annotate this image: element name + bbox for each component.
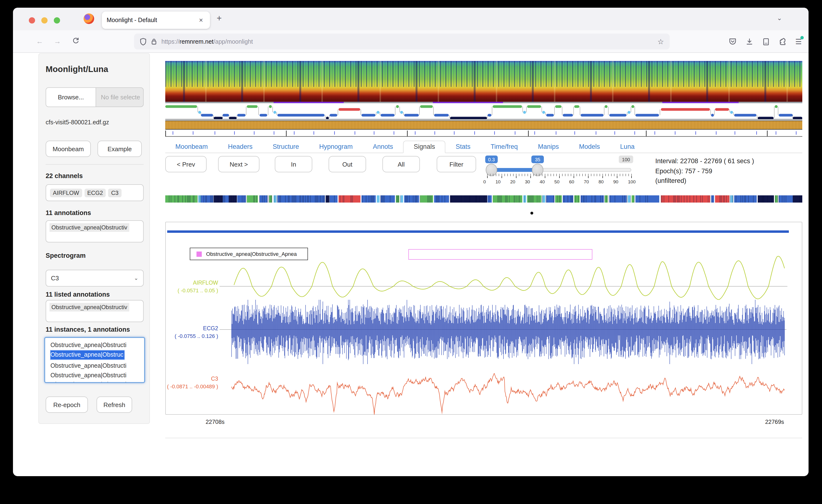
filter-status-line: (unfiltered): [655, 176, 754, 186]
bookmark-star-icon[interactable]: ☆: [658, 37, 664, 46]
reload-button[interactable]: [72, 36, 80, 47]
spectrogram-heading: Spectrogram: [46, 252, 86, 259]
zoom-in-button[interactable]: In: [275, 156, 312, 172]
instances-heading: 11 instances, 1 annotations: [46, 326, 130, 333]
signal-traces-canvas: [220, 222, 791, 415]
zoom-window-button[interactable]: [54, 17, 60, 24]
filter-button[interactable]: Filter: [437, 156, 476, 172]
reepoch-button[interactable]: Re-epoch: [46, 396, 88, 413]
main-panel: Moonbeam Headers Structure Hypnogram Ann…: [165, 53, 802, 452]
new-tab-button[interactable]: +: [217, 13, 222, 24]
back-button[interactable]: ←: [36, 37, 43, 45]
tab-luna[interactable]: Luna: [610, 141, 645, 153]
main-tabs: Moonbeam Headers Structure Hypnogram Ann…: [165, 141, 802, 153]
cycle-track: [165, 102, 802, 103]
forward-button[interactable]: →: [54, 37, 61, 45]
shield-icon[interactable]: [140, 38, 146, 45]
instance-item[interactable]: Obstructive_apnea|Obstructi: [50, 371, 144, 380]
zoom-out-button[interactable]: Out: [329, 156, 366, 172]
channel-chip-c3[interactable]: C3: [108, 188, 121, 197]
instance-item[interactable]: Obstructive_apnea|Obstructi: [50, 361, 144, 371]
slider-low-badge: 0.3: [485, 156, 498, 163]
listed-annotation-item[interactable]: Obstructive_apnea|Obstructiv: [49, 303, 129, 312]
tab-structure[interactable]: Structure: [263, 141, 309, 153]
all-button[interactable]: All: [382, 156, 420, 172]
pocket-icon[interactable]: [729, 38, 736, 45]
annotations-listbox[interactable]: Obstructive_apnea|Obstructiv: [46, 220, 144, 242]
annotation-item[interactable]: Obstructive_apnea|Obstructiv: [49, 223, 129, 232]
url-text: https://remnrem.net/app/moonlight: [161, 38, 654, 45]
epoch-range-slider: 0.3 35 100 0102030405060708090100: [486, 156, 639, 185]
legend-swatch: [196, 251, 202, 257]
hypnogram-track[interactable]: [165, 104, 802, 120]
tab-headers[interactable]: Headers: [218, 141, 263, 153]
tab-strip: Moonlight - Default ✕ + ⌄: [13, 8, 809, 30]
next-button[interactable]: Next >: [218, 156, 260, 172]
channel-chip-ecg2[interactable]: ECG2: [84, 188, 106, 197]
browser-tab[interactable]: Moonlight - Default ✕: [102, 12, 210, 29]
channels-box[interactable]: AIRFLOW ECG2 C3: [46, 184, 144, 201]
minimize-window-button[interactable]: [41, 17, 48, 24]
prev-button[interactable]: < Prev: [165, 156, 207, 172]
tab-timefreq[interactable]: Time/freq: [480, 141, 528, 153]
instances-listbox[interactable]: Obstructive_apnea|Obstructi Obstructive_…: [44, 337, 145, 383]
slider-ticks: [487, 174, 632, 178]
channels-heading: 22 channels: [46, 172, 83, 180]
browser-window: Moonlight - Default ✕ + ⌄ ← → https://re…: [13, 8, 809, 476]
channel-label-c3: C3 ( -0.0871 .. -0.00489 ): [167, 375, 218, 390]
list-tabs-icon[interactable]: ⌄: [777, 14, 782, 22]
lock-icon[interactable]: [151, 38, 157, 45]
slider-tick-labels: 0102030405060708090100: [483, 179, 636, 184]
extension-puzzle-icon[interactable]: [779, 38, 786, 45]
tab-manips[interactable]: Manips: [528, 141, 569, 153]
menu-hamburger-icon[interactable]: ☰: [795, 37, 802, 46]
firefox-icon: [84, 13, 94, 24]
spectrogram-channel-select[interactable]: C3 ⌄: [46, 270, 144, 287]
artifact-band: [165, 120, 802, 130]
instance-item[interactable]: Obstructive_apnea|Obstructi: [50, 341, 144, 350]
stage-color-band[interactable]: [165, 195, 802, 203]
refresh-button[interactable]: Refresh: [96, 396, 132, 413]
page-content: Moonlight/Luna Browse... No file selecte…: [13, 53, 809, 476]
tab-moonbeam[interactable]: Moonbeam: [165, 141, 218, 153]
whole-night-spectrogram[interactable]: [165, 61, 802, 102]
instance-item-selected[interactable]: Obstructive_apnea|Obstruc: [50, 350, 124, 360]
channel-label-ecg2: ECG2 ( -0.0755 .. 0.126 ): [174, 324, 218, 340]
loaded-filename: cfs-visit5-800021.edf.gz: [46, 119, 109, 126]
tab-models[interactable]: Models: [569, 141, 610, 153]
signal-controls: < Prev Next > In Out All Filter 0.3 35 1…: [165, 156, 802, 186]
position-dot: [530, 212, 533, 215]
app-title: Moonlight/Luna: [39, 54, 149, 74]
channel-chip-airflow[interactable]: AIRFLOW: [50, 188, 82, 197]
listed-annotations-listbox[interactable]: Obstructive_apnea|Obstructiv: [46, 300, 144, 322]
close-window-button[interactable]: [29, 17, 35, 24]
url-bar[interactable]: https://remnrem.net/app/moonlight ☆: [134, 34, 670, 49]
moonbeam-button[interactable]: Moonbeam: [46, 141, 91, 157]
tab-close-icon[interactable]: ✕: [197, 16, 205, 24]
toolbar-icons: ☰: [729, 30, 802, 53]
annotations-heading: 11 annotations: [46, 209, 91, 216]
download-icon[interactable]: [745, 38, 753, 45]
channel-label-airflow: AIRFLOW ( -0.0571 .. 0.05 ): [177, 279, 218, 294]
tab-annots[interactable]: Annots: [363, 141, 403, 153]
file-input[interactable]: Browse... No file selecte: [46, 87, 144, 107]
example-button[interactable]: Example: [97, 141, 142, 157]
tab-hypnogram[interactable]: Hypnogram: [309, 141, 363, 153]
spectrogram-selected-value: C3: [51, 275, 59, 282]
bottom-divider: [165, 438, 802, 438]
browse-button[interactable]: Browse...: [46, 88, 96, 107]
instance-item[interactable]: Obstructive_apnea|Obstructi: [50, 380, 144, 383]
tab-stats[interactable]: Stats: [446, 141, 481, 153]
track-divider: [165, 119, 802, 119]
sidebar: Moonlight/Luna Browse... No file selecte…: [38, 53, 150, 424]
epoch-tick-band: [165, 131, 802, 137]
file-input-placeholder: No file selecte: [96, 88, 143, 107]
sidebar-divider: [46, 164, 144, 165]
end-time-label: 22769s: [765, 419, 784, 425]
start-time-label: 22708s: [206, 419, 225, 425]
tab-signals[interactable]: Signals: [403, 141, 446, 153]
slider-fill: [491, 168, 537, 172]
menu-notification-dot: [800, 36, 804, 39]
reader-document-icon[interactable]: [762, 38, 769, 45]
signal-plot[interactable]: Obstructive_apnea|Obstructive_Apnea AIRF…: [165, 222, 802, 415]
